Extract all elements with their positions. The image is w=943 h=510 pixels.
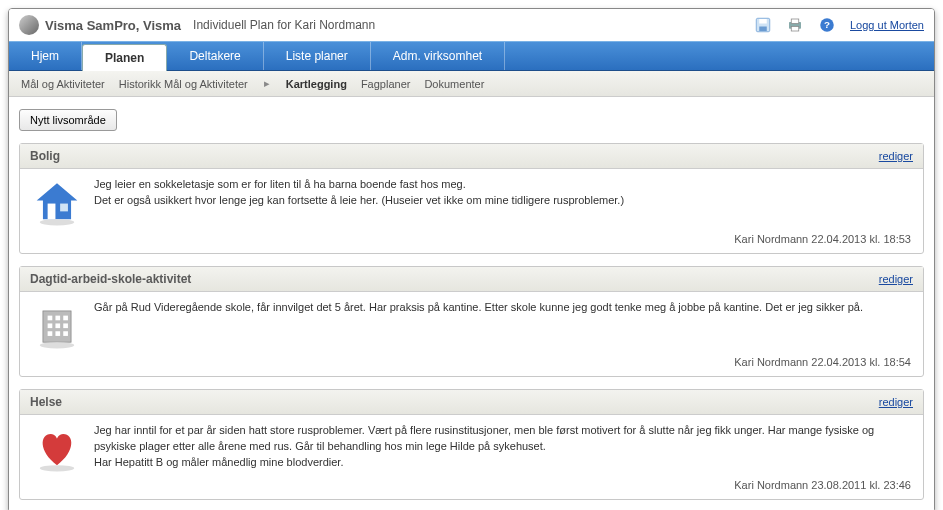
svg-rect-17 <box>55 323 60 328</box>
section-header: Dagtid-arbeid-skole-aktivitet rediger <box>20 267 923 292</box>
app-window: Visma SamPro, Visma Individuell Plan for… <box>8 8 935 510</box>
svg-rect-19 <box>48 331 53 336</box>
logout-link[interactable]: Logg ut Morten <box>850 19 924 31</box>
svg-rect-15 <box>63 316 68 321</box>
section-meta: Kari Nordmann 22.04.2013 kl. 18:53 <box>20 231 923 253</box>
section-title: Helse <box>30 395 62 409</box>
svg-rect-5 <box>791 27 799 32</box>
section-title: Bolig <box>30 149 60 163</box>
print-icon[interactable] <box>786 16 804 34</box>
svg-rect-16 <box>48 323 53 328</box>
svg-rect-14 <box>55 316 60 321</box>
section-header: Bolig rediger <box>20 144 923 169</box>
subnav-mal[interactable]: Mål og Aktiviteter <box>21 78 105 90</box>
svg-rect-9 <box>48 204 56 220</box>
svg-rect-21 <box>63 331 68 336</box>
header-right-group: ? Logg ut Morten <box>754 16 924 34</box>
new-lifearea-button[interactable]: Nytt livsområde <box>19 109 117 131</box>
section-text: Går på Rud Videregående skole, får innvi… <box>94 300 911 350</box>
page-subtitle: Individuell Plan for Kari Nordmann <box>193 18 375 32</box>
header: Visma SamPro, Visma Individuell Plan for… <box>9 9 934 41</box>
svg-rect-18 <box>63 323 68 328</box>
subnav-fagplaner[interactable]: Fagplaner <box>361 78 411 90</box>
section-meta: Kari Nordmann 23.08.2011 kl. 23:46 <box>20 477 923 499</box>
help-icon[interactable]: ? <box>818 16 836 34</box>
edit-link[interactable]: rediger <box>879 396 913 408</box>
svg-marker-8 <box>37 183 78 219</box>
content-area: Nytt livsområde Bolig rediger Jeg leier … <box>9 97 934 510</box>
svg-rect-13 <box>48 316 53 321</box>
save-icon[interactable] <box>754 16 772 34</box>
tab-liste-planer[interactable]: Liste planer <box>264 42 371 70</box>
section-header: Helse rediger <box>20 390 923 415</box>
main-tabs: Hjem Planen Deltakere Liste planer Adm. … <box>9 41 934 71</box>
svg-rect-10 <box>60 204 68 212</box>
subnav-kartlegging[interactable]: Kartlegging <box>286 78 347 90</box>
edit-link[interactable]: rediger <box>879 273 913 285</box>
svg-text:?: ? <box>824 19 830 30</box>
svg-point-22 <box>40 342 74 348</box>
app-logo-icon <box>19 15 39 35</box>
app-title: Visma SamPro, Visma <box>45 18 181 33</box>
tab-adm-virksomhet[interactable]: Adm. virksomhet <box>371 42 505 70</box>
section-helse: Helse rediger Jeg har inntil for et par … <box>19 389 924 500</box>
section-title: Dagtid-arbeid-skole-aktivitet <box>30 272 191 286</box>
svg-point-11 <box>40 219 74 225</box>
section-body: Jeg leier en sokkeletasje som er for lit… <box>20 169 923 231</box>
section-meta: Kari Nordmann 22.04.2013 kl. 18:54 <box>20 354 923 376</box>
section-bolig: Bolig rediger Jeg leier en sokkeletasje … <box>19 143 924 254</box>
section-dagtid: Dagtid-arbeid-skole-aktivitet rediger Gå… <box>19 266 924 377</box>
caret-icon: ▸ <box>264 77 270 90</box>
tab-deltakere[interactable]: Deltakere <box>167 42 263 70</box>
svg-rect-1 <box>759 19 767 24</box>
svg-rect-20 <box>55 331 60 336</box>
edit-link[interactable]: rediger <box>879 150 913 162</box>
svg-rect-4 <box>791 19 799 24</box>
svg-point-23 <box>40 465 74 471</box>
section-text: Jeg leier en sokkeletasje som er for lit… <box>94 177 911 227</box>
tab-planen[interactable]: Planen <box>82 44 167 71</box>
svg-rect-2 <box>759 27 767 32</box>
section-body: Går på Rud Videregående skole, får innvi… <box>20 292 923 354</box>
sub-nav: Mål og Aktiviteter Historikk Mål og Akti… <box>9 71 934 97</box>
section-text: Jeg har inntil for et par år siden hatt … <box>94 423 911 473</box>
building-icon <box>32 300 82 350</box>
section-body: Jeg har inntil for et par år siden hatt … <box>20 415 923 477</box>
house-icon <box>32 177 82 227</box>
heart-icon <box>32 423 82 473</box>
subnav-historikk[interactable]: Historikk Mål og Aktiviteter <box>119 78 248 90</box>
subnav-dokumenter[interactable]: Dokumenter <box>424 78 484 90</box>
tab-hjem[interactable]: Hjem <box>9 42 82 70</box>
